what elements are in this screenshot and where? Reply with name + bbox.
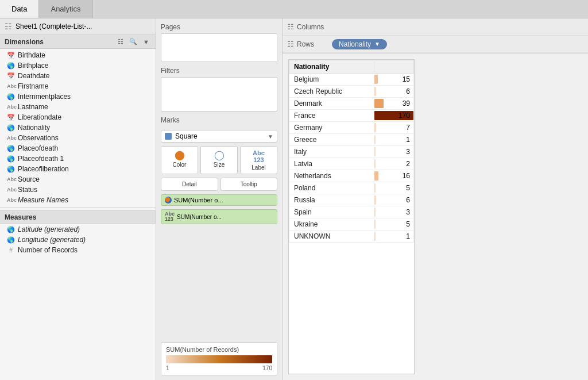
value-cell: 1 <box>374 134 414 146</box>
detail-button[interactable]: Detail <box>161 178 218 191</box>
birthplace-label: Birthplace <box>18 62 48 70</box>
globe-icon: 🌎 <box>7 236 15 244</box>
measures-title: Measures <box>5 213 36 221</box>
placeofdeath-label: Placeofdeath <box>18 144 58 152</box>
sidebar-item-firstname[interactable]: Abc Firstname <box>0 81 156 91</box>
sort-button[interactable]: ▼ <box>141 38 151 46</box>
sum-pill-2[interactable]: Abc123 SUM(Number o... <box>161 209 277 224</box>
tab-data-label: Data <box>11 5 27 13</box>
value-cell: 5 <box>374 218 414 231</box>
longitude-label: Longitude (generated) <box>18 236 86 244</box>
pill-color-icon <box>165 197 172 204</box>
globe-icon: 🌎 <box>7 62 15 70</box>
sidebar-item-placeofdeath1[interactable]: 🌎 Placeofdeath 1 <box>0 153 156 164</box>
sidebar-item-placeofdeath[interactable]: 🌎 Placeofdeath <box>0 143 156 153</box>
sum-pill-1[interactable]: SUM(Number o... <box>161 194 277 206</box>
value-cell: 6 <box>374 86 414 98</box>
sidebar-item-latitude[interactable]: 🌎 Latitude (generated) <box>0 224 156 235</box>
sidebar-item-lastname[interactable]: Abc Lastname <box>0 102 156 112</box>
table-row: Czech Republic6 <box>289 86 414 98</box>
abc-icon: Abc <box>7 176 15 182</box>
abc-icon: Abc <box>7 104 15 110</box>
globe-icon: 🌎 <box>7 226 15 233</box>
bar <box>374 208 375 217</box>
label-label: Label <box>252 164 265 171</box>
table-row: Russia6 <box>289 194 414 206</box>
tab-data[interactable]: Data <box>0 0 39 18</box>
center-panel: Pages Filters Marks Square ▼ ⬤ Color <box>156 18 283 380</box>
source-label: Source <box>18 175 40 183</box>
sidebar-item-source[interactable]: Abc Source <box>0 174 156 185</box>
sidebar-item-birthplace[interactable]: 🌎 Birthplace <box>0 60 156 71</box>
bar <box>374 147 375 156</box>
grid-view-button[interactable]: ☷ <box>116 37 125 46</box>
country-name-cell: Germany <box>289 122 374 134</box>
table-row: Belgium15 <box>289 74 414 86</box>
columns-shelf: ☷ Columns <box>283 18 588 36</box>
value-cell: 16 <box>374 170 414 182</box>
bar <box>374 171 378 181</box>
value-text: 7 <box>406 124 410 132</box>
marks-detail-row: Detail Tooltip <box>161 178 277 191</box>
pages-section: Pages <box>161 23 277 62</box>
calendar-icon: 📅 <box>7 52 15 59</box>
sidebar-item-observations[interactable]: Abc Observations <box>0 133 156 143</box>
tab-analytics[interactable]: Analytics <box>39 0 92 18</box>
sidebar-item-longitude[interactable]: 🌎 Longitude (generated) <box>0 235 156 245</box>
sidebar-item-nationality[interactable]: 🌎 Nationality <box>0 122 156 133</box>
nationality-pill[interactable]: Nationality ▼ <box>332 39 387 49</box>
sidebar-item-liberationdate[interactable]: 📅 Liberationdate <box>0 112 156 122</box>
marks-type-dropdown[interactable]: Square ▼ <box>161 130 277 143</box>
bar <box>374 87 376 96</box>
viz-content: Nationality Belgium15Czech Republic6Denm… <box>283 53 588 380</box>
size-button[interactable]: ◯ Size <box>200 146 238 174</box>
liberationdate-label: Liberationdate <box>18 113 61 121</box>
sidebar-item-internmentplaces[interactable]: 🌎 Internmentplaces <box>0 91 156 102</box>
pages-box <box>161 33 277 62</box>
rows-icon: ☷ <box>287 40 294 48</box>
sidebar-item-placeofliberation[interactable]: 🌎 Placeofliberation <box>0 164 156 174</box>
internmentplaces-label: Internmentplaces <box>18 93 71 101</box>
sum-pill2-label: SUM(Number o... <box>177 214 222 220</box>
table-row: Netherlands16 <box>289 170 414 182</box>
bar <box>374 99 383 108</box>
abc-label-icon: Abc123 <box>253 149 265 163</box>
legend-title: SUM(Number of Records) <box>166 346 272 353</box>
search-button[interactable]: 🔍 <box>127 37 139 46</box>
marks-square-icon <box>165 133 172 140</box>
abc-icon: Abc <box>7 135 15 141</box>
filters-box <box>161 77 277 112</box>
placeofdeath1-label: Placeofdeath 1 <box>18 155 64 163</box>
sidebar-item-birthdate[interactable]: 📅 Birthdate <box>0 50 156 60</box>
country-name-cell: Ukraine <box>289 218 374 231</box>
globe-icon: 🌎 <box>7 145 15 152</box>
abc-icon: Abc <box>7 197 15 203</box>
country-name-cell: Russia <box>289 194 374 206</box>
table-header-nationality: Nationality <box>289 60 374 74</box>
color-button[interactable]: ⬤ Color <box>161 146 198 174</box>
country-name-cell: Poland <box>289 182 374 194</box>
sidebar-item-num-records[interactable]: # Number of Records <box>0 245 156 255</box>
sheet-selector[interactable]: ☷ Sheet1 (Complete-List-... <box>0 18 156 35</box>
birthdate-label: Birthdate <box>18 51 45 59</box>
value-text: 1 <box>406 136 410 144</box>
nationality-pill-label: Nationality <box>339 40 371 48</box>
table-row: Spain3 <box>289 206 414 218</box>
legend-gradient <box>166 355 272 363</box>
table-row: Latvia2 <box>289 158 414 170</box>
value-text: 1 <box>406 232 410 240</box>
value-text: 170 <box>399 112 410 120</box>
dimensions-title: Dimensions <box>5 38 44 46</box>
abc-icon: Abc <box>7 83 15 89</box>
calendar-icon: 📅 <box>7 72 15 80</box>
legend-labels: 1 170 <box>166 365 272 371</box>
label-button[interactable]: Abc123 Label <box>240 146 277 174</box>
sidebar-item-deathdate[interactable]: 📅 Deathdate <box>0 71 156 81</box>
sidebar-item-status[interactable]: Abc Status <box>0 185 156 195</box>
tooltip-button[interactable]: Tooltip <box>220 178 278 191</box>
sidebar-item-measure-names[interactable]: Abc Measure Names <box>0 195 156 205</box>
size-label: Size <box>214 162 225 168</box>
tooltip-label: Tooltip <box>241 181 257 187</box>
sidebar: ☷ Sheet1 (Complete-List-... Dimensions ☷… <box>0 18 156 380</box>
table-row: Germany7 <box>289 122 414 134</box>
